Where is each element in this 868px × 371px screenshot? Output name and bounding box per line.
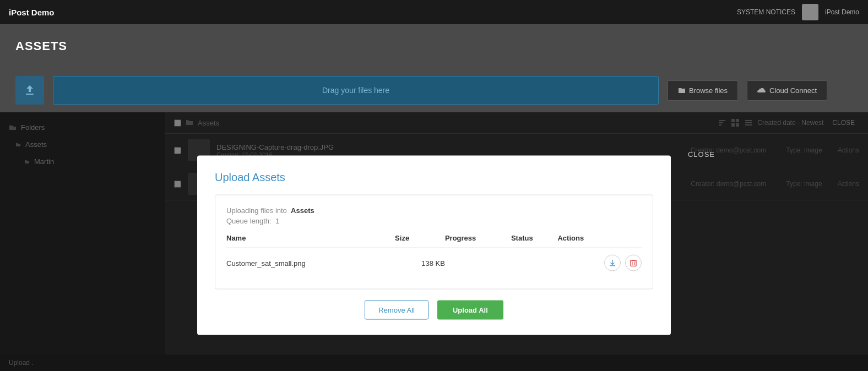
upload-info: Uploading files into Assets — [226, 206, 642, 215]
file-status — [511, 248, 558, 278]
delete-button[interactable] — [625, 255, 642, 271]
file-size: 138 KB — [395, 248, 445, 278]
upload-zone-container: Drag your files here Browse files Cloud … — [0, 68, 868, 112]
modal-title: Upload Assets — [215, 171, 653, 184]
modal-footer: Remove All Upload All — [215, 301, 653, 320]
main-content: Folders Assets Martin Assets — [0, 112, 868, 371]
svg-rect-16 — [631, 261, 636, 266]
upload-file-row: Customer_sat_small.png 138 KB — [226, 248, 642, 278]
nav-right: SYSTEM NOTICES iPost Demo — [737, 4, 859, 20]
col-actions: Actions — [557, 234, 642, 248]
modal-close-button[interactable]: CLOSE — [688, 150, 715, 159]
col-progress: Progress — [445, 234, 511, 248]
cloud-icon — [757, 87, 766, 94]
folder-name: Assets — [291, 206, 314, 215]
avatar — [802, 4, 818, 20]
svg-rect-0 — [26, 94, 34, 95]
app-logo: iPost Demo — [9, 8, 55, 17]
drag-text: Drag your files here — [322, 86, 389, 95]
drag-drop-zone[interactable]: Drag your files here — [53, 76, 659, 105]
col-size: Size — [395, 234, 445, 248]
file-name: Customer_sat_small.png — [226, 248, 395, 278]
upload-icon-box — [15, 76, 44, 105]
cloud-connect-button[interactable]: Cloud Connect — [747, 80, 827, 101]
file-progress — [445, 248, 511, 278]
uploading-text: Uploading files into — [226, 206, 287, 215]
queue-info: Queue length: 1 — [226, 217, 642, 225]
browse-files-button[interactable]: Browse files — [668, 80, 738, 101]
col-status: Status — [511, 234, 558, 248]
file-actions — [557, 248, 642, 278]
queue-count: 1 — [275, 217, 279, 225]
upload-icon — [23, 84, 36, 97]
assets-header-section: ASSETS — [0, 24, 868, 68]
download-icon — [609, 259, 616, 267]
col-name: Name — [226, 234, 395, 248]
upload-table: Name Size Progress Status Actions Custom… — [226, 234, 642, 278]
cloud-connect-label: Cloud Connect — [769, 86, 817, 95]
upload-assets-modal: CLOSE Upload Assets Uploading files into… — [197, 156, 671, 335]
trash-icon — [630, 259, 637, 267]
upload-all-button[interactable]: Upload All — [437, 301, 503, 320]
folder-icon — [678, 86, 686, 94]
top-navigation: iPost Demo SYSTEM NOTICES iPost Demo — [0, 0, 868, 24]
download-button[interactable] — [604, 255, 621, 271]
modal-body: Uploading files into Assets Queue length… — [215, 195, 653, 290]
queue-label: Queue length: — [226, 217, 272, 225]
user-name: iPost Demo — [825, 8, 859, 16]
browse-files-label: Browse files — [689, 86, 728, 95]
system-notices-label[interactable]: SYSTEM NOTICES — [737, 8, 795, 16]
assets-page-title: ASSETS — [15, 39, 67, 53]
remove-all-button[interactable]: Remove All — [365, 301, 428, 320]
